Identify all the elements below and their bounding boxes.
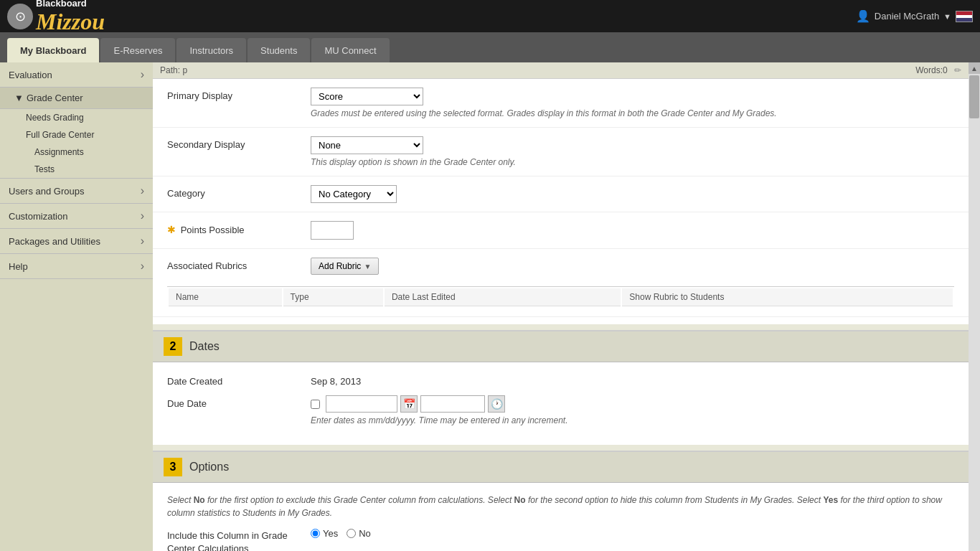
date-created-label: Date Created bbox=[167, 373, 311, 387]
rubric-col-type: Type bbox=[283, 288, 383, 306]
form-row-primary-display: Primary Display Score Letter Grade Perce… bbox=[153, 79, 969, 128]
tab-students[interactable]: Students bbox=[248, 38, 310, 62]
secondary-display-label: Secondary Display bbox=[167, 136, 311, 150]
include-column-radio-group: Yes No bbox=[311, 528, 371, 539]
rubric-dropdown-arrow: ▼ bbox=[364, 263, 371, 270]
user-icon: 👤 bbox=[856, 9, 870, 23]
form-row-secondary-display: Secondary Display None Score Letter Grad… bbox=[153, 128, 969, 176]
sidebar-item-evaluation[interactable]: Evaluation bbox=[0, 62, 153, 87]
points-possible-field bbox=[311, 221, 954, 240]
add-rubric-button[interactable]: Add Rubric ▼ bbox=[311, 258, 379, 275]
required-star: ✱ bbox=[167, 224, 176, 235]
dates-section-header: 2 Dates bbox=[153, 330, 969, 362]
category-label: Category bbox=[167, 185, 311, 199]
sidebar-item-users-and-groups[interactable]: Users and Groups bbox=[0, 179, 153, 203]
nav-tabs: My Blackboard E-Reserves Instructors Stu… bbox=[0, 32, 980, 62]
user-area: 👤 Daniel McGrath ▼ bbox=[856, 9, 973, 23]
include-no-radio[interactable] bbox=[347, 529, 356, 538]
due-date-time-input[interactable] bbox=[420, 395, 485, 413]
options-section-number: 3 bbox=[164, 458, 182, 476]
include-yes-radio[interactable] bbox=[311, 529, 320, 538]
sidebar-item-customization[interactable]: Customization bbox=[0, 204, 153, 228]
options-content: Select No for the first option to exclud… bbox=[153, 483, 969, 551]
sidebar-item-grade-center[interactable]: ▼ Grade Center bbox=[0, 88, 153, 109]
scroll-thumb[interactable] bbox=[969, 75, 979, 118]
top-bar: ⊙ Blackboard Mizzou 👤 Daniel McGrath ▼ bbox=[0, 0, 980, 32]
sidebar-section-evaluation: Evaluation bbox=[0, 62, 153, 88]
clock-icon[interactable]: 🕐 bbox=[488, 395, 505, 413]
tab-instructors[interactable]: Instructors bbox=[176, 38, 246, 62]
due-date-field: 📅 🕐 Enter dates as mm/dd/yyyy. Time may … bbox=[311, 395, 568, 425]
rubrics-field: Add Rubric ▼ bbox=[311, 258, 379, 275]
sidebar-section-help: Help bbox=[0, 254, 153, 279]
sidebar-item-packages-and-utilities[interactable]: Packages and Utilities bbox=[0, 229, 153, 253]
section-sep-1 bbox=[153, 324, 969, 330]
include-yes-label[interactable]: Yes bbox=[311, 528, 338, 539]
form-row-rubrics: Associated Rubrics Add Rubric ▼ Name Typ… bbox=[153, 249, 969, 317]
sidebar-item-needs-grading[interactable]: Needs Grading bbox=[14, 109, 153, 126]
options-section-header: 3 Options bbox=[153, 451, 969, 483]
sidebar-item-assignments[interactable]: Assignments bbox=[14, 143, 153, 161]
logo-mizzou: Mizzou bbox=[36, 9, 105, 35]
form-row-category: Category No Category Assignment Test Sur… bbox=[153, 176, 969, 212]
rubric-col-date: Date Last Edited bbox=[385, 288, 621, 306]
points-possible-label: ✱ Points Possible bbox=[167, 221, 311, 235]
rubric-table: Name Type Date Last Edited Show Rubric t… bbox=[167, 286, 954, 308]
edit-icon[interactable]: ✏ bbox=[954, 65, 961, 75]
due-date-label: Due Date bbox=[167, 395, 311, 409]
form-row-points-possible: ✱ Points Possible bbox=[153, 212, 969, 249]
form-table-grades: Primary Display Score Letter Grade Perce… bbox=[153, 79, 969, 324]
scroll-up-button[interactable]: ▲ bbox=[969, 62, 980, 74]
primary-display-select[interactable]: Score Letter Grade Percentage Complete/I… bbox=[311, 88, 423, 105]
option-row-include: Include this Column in Grade Center Calc… bbox=[167, 528, 954, 551]
path-bar: Path: p Words:0 ✏ bbox=[153, 62, 969, 79]
category-select[interactable]: No Category Assignment Test Survey Discu… bbox=[311, 185, 397, 203]
calendar-icon[interactable]: 📅 bbox=[400, 395, 418, 413]
path-label: Path: p bbox=[160, 65, 187, 75]
sidebar-section-grade-center: ▼ Grade Center Needs Grading Full Grade … bbox=[0, 88, 153, 179]
sidebar-item-tests[interactable]: Tests bbox=[14, 161, 153, 178]
tab-e-reserves[interactable]: E-Reserves bbox=[100, 38, 175, 62]
path-link[interactable]: p bbox=[182, 65, 187, 75]
rubric-col-name: Name bbox=[169, 288, 282, 306]
sidebar-item-help[interactable]: Help bbox=[0, 254, 153, 278]
options-section-title: Options bbox=[189, 461, 229, 474]
sidebar: Evaluation ▼ Grade Center Needs Grading … bbox=[0, 62, 153, 551]
category-field: No Category Assignment Test Survey Discu… bbox=[311, 185, 954, 203]
sidebar-item-full-grade-center[interactable]: Full Grade Center bbox=[14, 126, 153, 143]
due-date-checkbox[interactable] bbox=[311, 400, 320, 409]
sidebar-section-users: Users and Groups bbox=[0, 179, 153, 204]
points-possible-input[interactable] bbox=[311, 221, 354, 240]
tab-my-blackboard[interactable]: My Blackboard bbox=[7, 38, 99, 62]
due-date-date-input[interactable] bbox=[326, 395, 397, 413]
options-description: Select No for the first option to exclud… bbox=[167, 494, 954, 519]
sidebar-section-customization: Customization bbox=[0, 204, 153, 229]
flag-icon bbox=[956, 11, 973, 22]
date-created-row: Date Created Sep 8, 2013 bbox=[167, 373, 954, 387]
sidebar-grade-center-sub: Needs Grading Full Grade Center Assignme… bbox=[0, 109, 153, 178]
content-area: Path: p Words:0 ✏ Primary Display Score … bbox=[153, 62, 969, 551]
secondary-display-field: None Score Letter Grade Percentage Compl… bbox=[311, 136, 954, 167]
due-date-inputs: 📅 🕐 bbox=[311, 395, 568, 413]
bb-logo-icon: ⊙ bbox=[7, 4, 33, 29]
sidebar-section-packages: Packages and Utilities bbox=[0, 229, 153, 254]
logo-blackboard: Blackboard bbox=[36, 0, 105, 9]
tab-mu-connect[interactable]: MU Connect bbox=[311, 38, 389, 62]
logo-area: ⊙ Blackboard Mizzou bbox=[7, 0, 105, 35]
secondary-display-select[interactable]: None Score Letter Grade Percentage Compl… bbox=[311, 136, 423, 154]
user-dropdown-icon[interactable]: ▼ bbox=[943, 12, 951, 21]
dates-section-title: Dates bbox=[189, 340, 220, 353]
words-count: Words:0 ✏ bbox=[915, 65, 961, 75]
include-no-label[interactable]: No bbox=[347, 528, 371, 539]
main-layout: Evaluation ▼ Grade Center Needs Grading … bbox=[0, 62, 980, 551]
grade-center-expand-icon: ▼ bbox=[14, 93, 24, 103]
due-date-row: Due Date 📅 🕐 Enter dates as mm/dd/yyyy. … bbox=[167, 395, 954, 425]
primary-display-hint: Grades must be entered using the selecte… bbox=[311, 108, 954, 118]
include-column-label: Include this Column in Grade Center Calc… bbox=[167, 528, 311, 551]
user-name: Daniel McGrath bbox=[875, 11, 939, 22]
primary-display-label: Primary Display bbox=[167, 88, 311, 101]
section-sep-2 bbox=[153, 445, 969, 451]
primary-display-field: Score Letter Grade Percentage Complete/I… bbox=[311, 88, 954, 118]
dates-content: Date Created Sep 8, 2013 Due Date 📅 🕐 En… bbox=[153, 362, 969, 445]
dates-section-number: 2 bbox=[164, 337, 182, 356]
